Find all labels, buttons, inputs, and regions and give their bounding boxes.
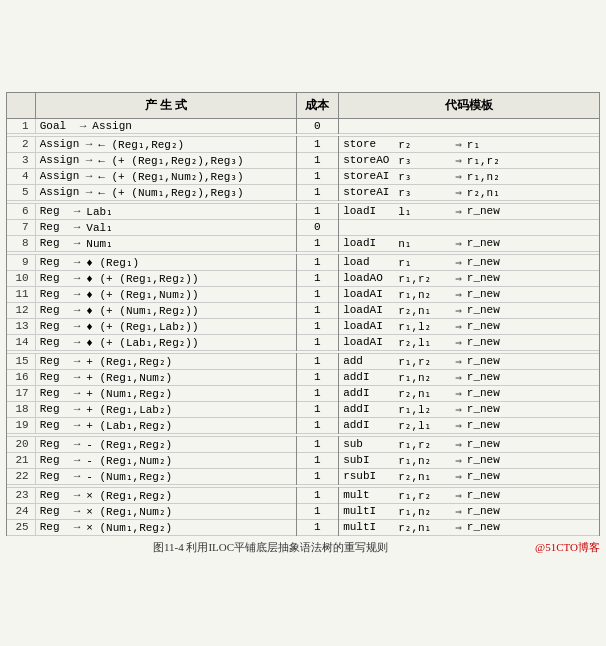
template-double-arrow: ⇒ xyxy=(455,256,462,269)
cost-cell: 1 xyxy=(296,401,339,417)
template-dst: r_new xyxy=(467,304,500,316)
production-lhs: Reg xyxy=(40,288,68,300)
production-cell: Reg→- (Reg₁,Num₂) xyxy=(35,452,296,468)
table-row: 18Reg→+ (Reg₁,Lab₂)1addIr₁,l₂⇒r_new xyxy=(7,401,600,417)
row-number: 2 xyxy=(7,136,36,152)
row-number: 10 xyxy=(7,270,36,286)
template-cell xyxy=(339,219,600,235)
row-number: 12 xyxy=(7,302,36,318)
template-op: loadAI xyxy=(343,320,395,332)
template-cell: addr₁,r₂⇒r_new xyxy=(339,353,600,369)
production-arrow: → xyxy=(74,371,81,383)
production-rhs: ← (+ (Reg₁,Num₂),Reg₃) xyxy=(98,170,243,183)
template-dst: r_new xyxy=(467,454,500,466)
cost-cell: 1 xyxy=(296,318,339,334)
template-src: l₁ xyxy=(398,205,450,218)
row-number: 20 xyxy=(7,436,36,452)
template-op: loadI xyxy=(343,237,395,249)
figure-caption: 图11-4 利用ILOC平铺底层抽象语法树的重写规则 @51CTO博客 xyxy=(6,540,600,555)
template-cell: multr₁,r₂⇒r_new xyxy=(339,487,600,503)
template-double-arrow: ⇒ xyxy=(455,320,462,333)
template-double-arrow: ⇒ xyxy=(455,489,462,502)
table-row: 6Reg→Lab₁1loadIl₁⇒r_new xyxy=(7,203,600,219)
row-number: 22 xyxy=(7,468,36,484)
production-lhs: Reg xyxy=(40,371,68,383)
template-src: r₂,n₁ xyxy=(398,387,450,400)
production-rhs: Num₁ xyxy=(86,237,112,250)
production-rhs: ♦ (+ (Num₁,Reg₂)) xyxy=(86,304,198,317)
template-op: mult xyxy=(343,489,395,501)
table-row: 23Reg→× (Reg₁,Reg₂)1multr₁,r₂⇒r_new xyxy=(7,487,600,503)
cost-cell: 1 xyxy=(296,385,339,401)
table-row: 9Reg→♦ (Reg₁)1loadr₁⇒r_new xyxy=(7,254,600,270)
template-double-arrow: ⇒ xyxy=(455,403,462,416)
template-op: subI xyxy=(343,454,395,466)
table-row: 3Assign→← (+ (Reg₁,Reg₂),Reg₃)1storeAOr₃… xyxy=(7,152,600,168)
row-number: 15 xyxy=(7,353,36,369)
template-op: load xyxy=(343,256,395,268)
template-double-arrow: ⇒ xyxy=(455,170,462,183)
production-rhs: × (Reg₁,Reg₂) xyxy=(86,489,172,502)
template-dst: r_new xyxy=(467,489,500,501)
table-row: 25Reg→× (Num₁,Reg₂)1multIr₂,n₁⇒r_new xyxy=(7,519,600,535)
template-op: loadAI xyxy=(343,304,395,316)
table-row: 13Reg→♦ (+ (Reg₁,Lab₂))1loadAIr₁,l₂⇒r_ne… xyxy=(7,318,600,334)
template-dst: r_new xyxy=(467,521,500,533)
cost-cell: 1 xyxy=(296,136,339,152)
template-double-arrow: ⇒ xyxy=(455,336,462,349)
production-arrow: → xyxy=(86,138,93,150)
table-row: 17Reg→+ (Num₁,Reg₂)1addIr₂,n₁⇒r_new xyxy=(7,385,600,401)
production-cell: Reg→♦ (Reg₁) xyxy=(35,254,296,270)
production-arrow: → xyxy=(74,205,81,217)
template-src: r₂ xyxy=(398,138,450,151)
production-cell: Reg→- (Reg₁,Reg₂) xyxy=(35,436,296,452)
table-row: 1Goal→Assign0 xyxy=(7,118,600,133)
production-lhs: Reg xyxy=(40,272,68,284)
template-src: r₁,l₂ xyxy=(398,320,450,333)
template-op: loadAI xyxy=(343,288,395,300)
template-src: r₂,n₁ xyxy=(398,304,450,317)
cost-cell: 0 xyxy=(296,118,339,133)
production-cell: Reg→- (Num₁,Reg₂) xyxy=(35,468,296,484)
template-op: store xyxy=(343,138,395,150)
production-cell: Reg→+ (Num₁,Reg₂) xyxy=(35,385,296,401)
template-cell: loadAIr₂,n₁⇒r_new xyxy=(339,302,600,318)
table-row: 22Reg→- (Num₁,Reg₂)1rsubIr₂,n₁⇒r_new xyxy=(7,468,600,484)
production-cell: Reg→+ (Reg₁,Reg₂) xyxy=(35,353,296,369)
production-lhs: Reg xyxy=(40,403,68,415)
row-number: 11 xyxy=(7,286,36,302)
production-arrow: → xyxy=(74,221,81,233)
production-cell: Assign→← (+ (Reg₁,Num₂),Reg₃) xyxy=(35,168,296,184)
production-rhs: - (Num₁,Reg₂) xyxy=(86,470,172,483)
template-op: storeAI xyxy=(343,170,395,182)
cost-cell: 1 xyxy=(296,503,339,519)
production-cell: Reg→× (Reg₁,Reg₂) xyxy=(35,487,296,503)
template-cell xyxy=(339,118,600,133)
col-production-header: 产 生 式 xyxy=(35,92,296,118)
production-rhs: ← (Reg₁,Reg₂) xyxy=(98,138,184,151)
template-op: add xyxy=(343,355,395,367)
template-dst: r₁,r₂ xyxy=(467,154,500,167)
col-cost-header: 成本 xyxy=(296,92,339,118)
production-arrow: → xyxy=(74,505,81,517)
cost-cell: 1 xyxy=(296,270,339,286)
production-cell: Assign→← (+ (Reg₁,Reg₂),Reg₃) xyxy=(35,152,296,168)
template-src: r₁,n₂ xyxy=(398,505,450,518)
template-op: loadI xyxy=(343,205,395,217)
template-cell: storer₂⇒r₁ xyxy=(339,136,600,152)
template-src: r₂,l₁ xyxy=(398,419,450,432)
template-dst: r_new xyxy=(467,205,500,217)
production-arrow: → xyxy=(74,470,81,482)
cost-cell: 1 xyxy=(296,184,339,200)
main-container: 产 生 式 成本 代码模板 1Goal→Assign02Assign→← (Re… xyxy=(0,86,606,561)
production-arrow: → xyxy=(74,419,81,431)
production-lhs: Reg xyxy=(40,256,68,268)
template-op: addI xyxy=(343,387,395,399)
production-cell: Reg→Lab₁ xyxy=(35,203,296,219)
template-src: r₃ xyxy=(398,154,450,167)
row-number: 17 xyxy=(7,385,36,401)
production-rhs: + (Reg₁,Num₂) xyxy=(86,371,172,384)
table-row: 12Reg→♦ (+ (Num₁,Reg₂))1loadAIr₂,n₁⇒r_ne… xyxy=(7,302,600,318)
production-cell: Reg→♦ (+ (Reg₁,Num₂)) xyxy=(35,286,296,302)
template-op: multI xyxy=(343,505,395,517)
